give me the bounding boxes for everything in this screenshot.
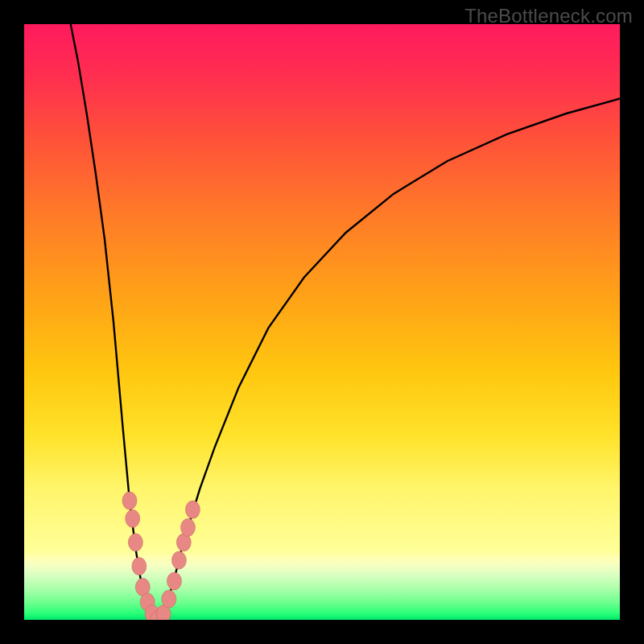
data-point-dot xyxy=(132,557,147,575)
outer-frame: TheBottleneck.com xyxy=(0,0,644,644)
chart-svg xyxy=(24,24,620,620)
data-point-dot xyxy=(167,572,181,590)
data-point-dot xyxy=(171,551,186,569)
bottleneck-curve xyxy=(71,24,620,620)
data-point-dot xyxy=(162,590,176,608)
data-point-dot xyxy=(128,534,142,551)
data-point-dot xyxy=(181,518,196,536)
data-point-dot xyxy=(185,501,200,518)
highlighted-dots-group xyxy=(122,492,200,620)
data-point-dot xyxy=(122,492,137,510)
watermark-text: TheBottleneck.com xyxy=(464,5,633,27)
data-point-dot xyxy=(126,510,140,527)
plot-area xyxy=(24,24,620,620)
